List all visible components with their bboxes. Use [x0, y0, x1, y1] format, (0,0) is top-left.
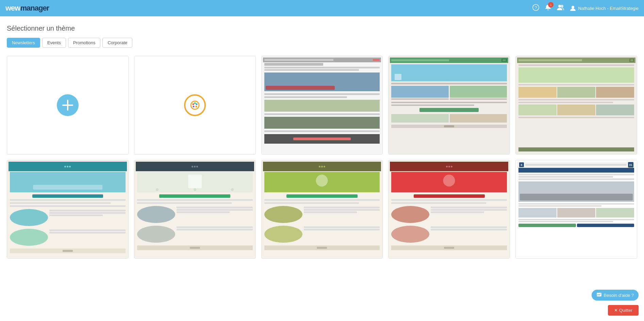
template-red-card[interactable]: [388, 160, 510, 259]
app-logo[interactable]: wewmanager: [5, 4, 49, 13]
quit-label: ✕ Quitter: [614, 308, 632, 313]
help-icon[interactable]: ?: [532, 4, 539, 13]
plus-icon: [57, 94, 79, 116]
template-summer-preview: [7, 160, 128, 258]
template-summer-card[interactable]: [7, 160, 129, 259]
template-red-preview: [389, 160, 510, 258]
help-button[interactable]: Besoin d'aide ?: [592, 290, 639, 301]
notifications-icon[interactable]: 1: [545, 4, 551, 13]
template-beach-preview: [389, 56, 510, 154]
main-content: Sélectionner un thème Newsletters Events…: [0, 16, 644, 321]
tab-corporate[interactable]: Corporate: [102, 38, 132, 48]
category-tabs: Newsletters Events Promotions Corporate: [7, 38, 637, 48]
svg-text:?: ?: [535, 5, 537, 10]
new-blank-card[interactable]: [7, 56, 129, 155]
palette-icon: [184, 94, 206, 116]
page-title: Sélectionner un thème: [7, 25, 637, 32]
app-header: wewmanager ? 1: [0, 0, 644, 16]
theme-grid-row2: E 01: [7, 160, 637, 259]
template-flowers-card[interactable]: [515, 56, 637, 155]
template-green-preview: [262, 160, 383, 258]
svg-point-4: [572, 6, 574, 9]
template-winter-preview: [134, 160, 255, 258]
template-modern-card[interactable]: E 01: [515, 160, 637, 259]
user-name-label: Nathalie Hoch - EmailStrategie: [578, 6, 639, 11]
template-city-preview: [262, 56, 383, 154]
header-actions: ? 1 Nathalie Hoch - EmailStrategie: [532, 4, 639, 13]
quit-button[interactable]: ✕ Quitter: [608, 305, 639, 316]
new-palette-card[interactable]: [134, 56, 256, 155]
template-modern-preview: E 01: [516, 160, 637, 258]
svg-point-8: [192, 103, 194, 105]
template-beach-card[interactable]: [388, 56, 510, 155]
tab-promotions[interactable]: Promotions: [68, 38, 101, 48]
svg-point-10: [196, 103, 197, 105]
svg-point-12: [193, 106, 194, 108]
help-label: Besoin d'aide ?: [604, 293, 634, 298]
logo-text: wewmanager: [5, 4, 49, 13]
svg-point-9: [194, 102, 196, 104]
user-menu[interactable]: Nathalie Hoch - EmailStrategie: [570, 5, 639, 11]
svg-point-2: [558, 5, 561, 7]
template-winter-card[interactable]: [134, 160, 256, 259]
template-green-card[interactable]: [261, 160, 383, 259]
template-flowers-preview: [516, 56, 637, 154]
svg-point-11: [195, 106, 197, 108]
users-icon[interactable]: [557, 4, 564, 13]
tab-newsletters[interactable]: Newsletters: [7, 38, 40, 48]
notification-badge: 1: [548, 2, 554, 7]
tab-events[interactable]: Events: [42, 38, 66, 48]
svg-point-3: [561, 5, 563, 7]
template-city-card[interactable]: [261, 56, 383, 155]
theme-grid-row1: [7, 56, 637, 155]
